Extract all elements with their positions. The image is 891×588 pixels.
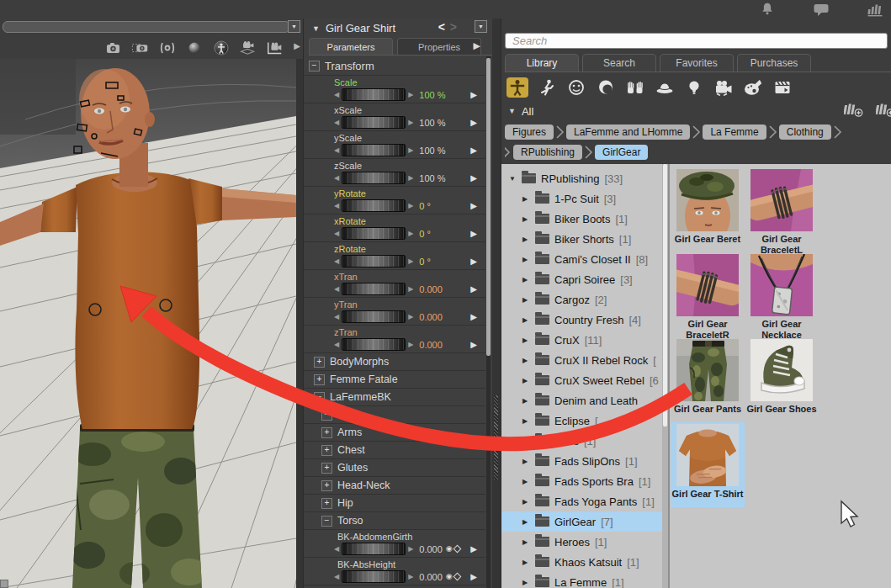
dial-icon[interactable]: ◉ [446,573,453,580]
breadcrumb-la-femme[interactable]: La Femme [703,124,766,140]
library-tab[interactable]: Favorites [660,54,734,72]
slider-decrement-arrow[interactable]: ◀ [334,314,339,320]
filter-dropdown[interactable]: ▼ All [508,103,891,119]
camera-frame-icon[interactable] [266,40,284,56]
tree-expand-arrow[interactable] [522,357,530,364]
parameters-panel-tab[interactable]: Parameters [309,38,393,55]
tree-item[interactable]: CruX [11] [501,330,662,350]
lights-icon[interactable] [683,77,705,98]
tree-item[interactable]: Cami's Closet II [8] [501,249,662,269]
cameras-icon[interactable] [713,77,735,98]
tree-item[interactable]: Eclipse [ [501,411,662,431]
tree-expand-arrow[interactable] [522,417,530,425]
parameter-slider[interactable] [342,144,406,156]
slider-increment-arrow[interactable]: ▶ [408,203,413,209]
slider-increment-arrow[interactable]: ▶ [408,258,413,265]
group-expand-toggle[interactable]: − [321,516,332,527]
expressions-icon[interactable] [565,77,587,98]
focus-target-icon[interactable] [158,40,177,56]
parameter-slider[interactable] [342,88,406,101]
slider-decrement-arrow[interactable]: ◀ [334,546,339,553]
tree-expand-arrow[interactable] [522,195,530,203]
tree-item[interactable]: La Femme [1] [501,572,662,588]
parameter-slider[interactable] [342,543,406,555]
notifications-bell-icon[interactable] [758,1,777,18]
tree-expand-arrow[interactable] [522,236,530,243]
group-expand-toggle[interactable]: + [314,374,325,385]
actor-dropdown-icon[interactable]: ▼ [312,24,320,33]
sphere-icon[interactable] [185,40,204,56]
slider-decrement-arrow[interactable]: ◀ [334,175,339,182]
parameters-panel-menu-icon[interactable]: ▼ [475,20,487,33]
tree-item[interactable]: 1-Pc Suit [3] [501,188,662,209]
library-tab[interactable]: Purchases [737,54,811,72]
tree-item[interactable]: Fads SlipOns [1] [501,451,662,471]
tree-item[interactable]: Fads Yoga Pants [1] [501,491,662,511]
group-expand-toggle[interactable]: − [314,392,325,403]
props-hat-icon[interactable] [654,77,676,98]
tree-expand-arrow[interactable] [522,579,530,586]
parameter-slider[interactable] [342,199,406,212]
slider-decrement-arrow[interactable]: ◀ [334,574,339,580]
tree-item[interactable]: Cargoz [2] [501,289,662,310]
tabs-more-arrow[interactable]: ▶ [474,40,480,51]
group-expand-toggle[interactable]: + [321,463,332,474]
hair-icon[interactable] [595,77,617,98]
tree-expand-arrow[interactable] [522,518,530,526]
actor-prev-arrow[interactable]: < [438,20,445,34]
messages-chat-icon[interactable] [812,1,830,18]
parameter-group-header[interactable]: + BodyMorphs [304,352,485,370]
parameter-flyout-arrow[interactable]: ▶ [470,201,477,210]
breadcrumb-figures[interactable]: Figures [505,124,554,140]
tree-expand-arrow[interactable] [522,478,530,485]
parameters-scrollbar[interactable] [486,56,491,588]
tree-expand-arrow[interactable] [522,458,530,465]
parameter-group-header[interactable]: − LaFemmeBK [304,388,485,405]
parameter-group-header[interactable]: − FBM [304,405,485,423]
camera-icon[interactable] [104,40,123,56]
tree-expand-arrow[interactable] [522,215,530,223]
dial-icon[interactable]: ◉ [446,545,453,553]
group-expand-toggle[interactable]: + [321,445,332,456]
library-thumbnail-pants[interactable]: Girl Gear Pants [671,337,745,422]
tree-item[interactable]: Denim and Leath [501,390,662,411]
slider-decrement-arrow[interactable]: ◀ [334,230,339,237]
parameter-flyout-arrow[interactable]: ▶ [470,544,477,554]
slider-decrement-arrow[interactable]: ◀ [334,342,339,348]
library-thumbnail-beret[interactable]: Girl Gear Beret [671,167,745,252]
tree-expand-arrow[interactable] [522,336,530,344]
parameter-group-header[interactable]: + Arms [304,423,485,441]
slider-increment-arrow[interactable]: ▶ [408,286,413,293]
tree-expand-arrow[interactable] [522,377,530,384]
tree-expand-arrow[interactable] [522,538,530,546]
parameter-group-header[interactable]: + Femme Fatale [304,370,485,388]
tree-expand-arrow[interactable] [522,296,530,304]
library-thumbnail-braceletl[interactable]: Girl Gear BraceletL [745,167,819,252]
tree-expand-arrow[interactable] [522,498,530,506]
key-icon[interactable] [453,573,461,581]
parameter-flyout-arrow[interactable]: ▶ [470,340,477,349]
library-thumbnail-braceletr[interactable]: Girl Gear BraceletR [671,252,745,337]
tree-expand-arrow[interactable] [522,256,530,263]
breadcrumb-girlgear[interactable]: GirlGear [595,145,648,160]
library-thumbnail-tshirt[interactable]: Girl Gear T-Shirt [671,422,745,507]
library-tab[interactable]: Search [582,54,656,72]
parameter-flyout-arrow[interactable]: ▶ [470,284,477,294]
breadcrumb-rpublishing[interactable]: RPublishing [513,145,582,160]
tree-item[interactable]: Heroes [1] [501,532,662,552]
parameter-flyout-arrow[interactable]: ▶ [470,572,477,581]
slider-increment-arrow[interactable]: ▶ [408,574,413,580]
slider-decrement-arrow[interactable]: ◀ [334,286,339,293]
slider-decrement-arrow[interactable]: ◀ [334,92,339,98]
group-expand-toggle[interactable]: + [314,357,325,368]
parameter-slider[interactable] [342,310,406,323]
tree-item[interactable]: Fads [1] [501,431,662,451]
parameter-flyout-arrow[interactable]: ▶ [470,173,477,183]
camera-plane-icon[interactable] [239,40,257,56]
parameter-flyout-arrow[interactable]: ▶ [470,312,477,321]
slider-decrement-arrow[interactable]: ◀ [334,258,339,265]
group-expand-toggle[interactable]: − [321,410,332,421]
parameter-group-header[interactable]: + Glutes [304,458,485,476]
slider-increment-arrow[interactable]: ▶ [408,119,413,126]
slider-increment-arrow[interactable]: ▶ [408,147,413,154]
